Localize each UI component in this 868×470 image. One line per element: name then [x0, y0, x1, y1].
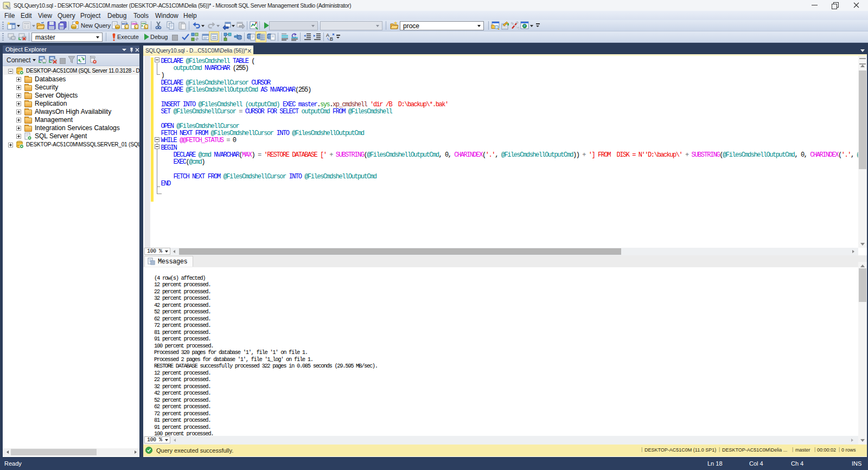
- svg-text:A: A: [326, 33, 329, 38]
- svg-text:B: B: [330, 36, 333, 41]
